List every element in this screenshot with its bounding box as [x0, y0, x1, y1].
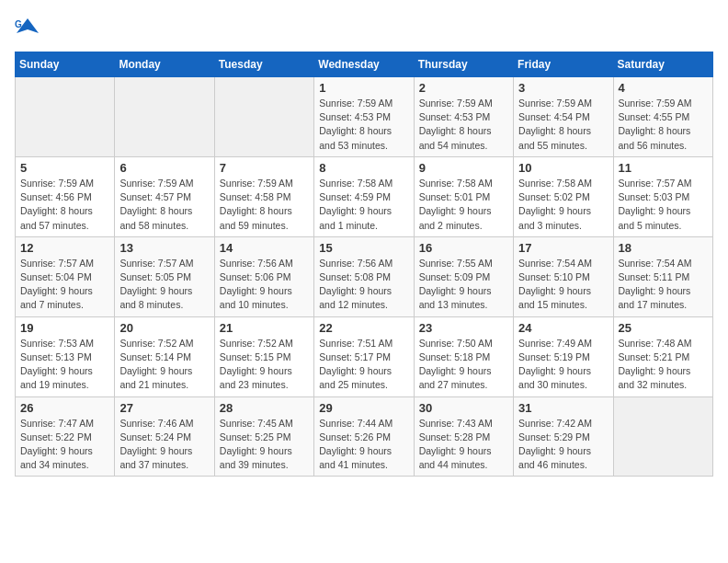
day-info: Sunrise: 7:59 AM Sunset: 4:53 PM Dayligh…: [419, 97, 508, 153]
calendar-cell: 4Sunrise: 7:59 AM Sunset: 4:55 PM Daylig…: [613, 77, 712, 157]
week-row-3: 19Sunrise: 7:53 AM Sunset: 5:13 PM Dayli…: [16, 316, 713, 396]
day-info: Sunrise: 7:46 AM Sunset: 5:24 PM Dayligh…: [119, 417, 209, 473]
day-info: Sunrise: 7:54 AM Sunset: 5:11 PM Dayligh…: [619, 257, 708, 313]
calendar-cell: 25Sunrise: 7:48 AM Sunset: 5:21 PM Dayli…: [613, 316, 712, 396]
calendar-cell: 29Sunrise: 7:44 AM Sunset: 5:26 PM Dayli…: [314, 396, 414, 477]
day-number: 16: [419, 241, 508, 255]
calendar-cell: 8Sunrise: 7:58 AM Sunset: 4:59 PM Daylig…: [314, 156, 414, 236]
day-info: Sunrise: 7:59 AM Sunset: 4:57 PM Dayligh…: [119, 177, 209, 233]
day-number: 2: [419, 81, 508, 95]
day-number: 11: [619, 161, 708, 175]
calendar-cell: 14Sunrise: 7:56 AM Sunset: 5:06 PM Dayli…: [214, 236, 313, 316]
day-number: 30: [419, 401, 508, 415]
header: G: [15, 15, 713, 40]
calendar-cell: 7Sunrise: 7:59 AM Sunset: 4:58 PM Daylig…: [214, 156, 313, 236]
day-info: Sunrise: 7:49 AM Sunset: 5:19 PM Dayligh…: [518, 337, 608, 393]
calendar-body: 1Sunrise: 7:59 AM Sunset: 4:53 PM Daylig…: [16, 77, 713, 477]
day-info: Sunrise: 7:51 AM Sunset: 5:17 PM Dayligh…: [319, 337, 408, 393]
day-info: Sunrise: 7:55 AM Sunset: 5:09 PM Dayligh…: [419, 257, 508, 313]
day-info: Sunrise: 7:58 AM Sunset: 5:02 PM Dayligh…: [518, 177, 608, 233]
day-info: Sunrise: 7:53 AM Sunset: 5:13 PM Dayligh…: [20, 337, 109, 393]
day-info: Sunrise: 7:59 AM Sunset: 4:55 PM Dayligh…: [619, 97, 708, 153]
day-number: 22: [319, 321, 408, 335]
calendar-cell: 27Sunrise: 7:46 AM Sunset: 5:24 PM Dayli…: [115, 396, 214, 477]
day-info: Sunrise: 7:52 AM Sunset: 5:14 PM Dayligh…: [119, 337, 209, 393]
day-info: Sunrise: 7:57 AM Sunset: 5:04 PM Dayligh…: [20, 257, 109, 313]
day-number: 24: [518, 321, 608, 335]
day-info: Sunrise: 7:59 AM Sunset: 4:56 PM Dayligh…: [20, 177, 109, 233]
day-number: 14: [220, 241, 309, 255]
calendar-cell: 23Sunrise: 7:50 AM Sunset: 5:18 PM Dayli…: [414, 316, 513, 396]
calendar-cell: 22Sunrise: 7:51 AM Sunset: 5:17 PM Dayli…: [314, 316, 414, 396]
logo-icon: G: [15, 15, 40, 40]
day-number: 19: [20, 321, 109, 335]
day-info: Sunrise: 7:58 AM Sunset: 5:01 PM Dayligh…: [419, 177, 508, 233]
day-number: 1: [319, 81, 408, 95]
calendar-cell: 21Sunrise: 7:52 AM Sunset: 5:15 PM Dayli…: [214, 316, 313, 396]
logo: G: [15, 15, 44, 40]
day-number: 4: [619, 81, 708, 95]
calendar-cell: 9Sunrise: 7:58 AM Sunset: 5:01 PM Daylig…: [414, 156, 513, 236]
day-number: 12: [20, 241, 109, 255]
day-info: Sunrise: 7:56 AM Sunset: 5:06 PM Dayligh…: [220, 257, 309, 313]
day-number: 26: [20, 401, 109, 415]
day-number: 7: [220, 161, 309, 175]
calendar-cell: [115, 77, 214, 157]
calendar-cell: 5Sunrise: 7:59 AM Sunset: 4:56 PM Daylig…: [16, 156, 115, 236]
calendar-cell: 26Sunrise: 7:47 AM Sunset: 5:22 PM Dayli…: [16, 396, 115, 477]
day-info: Sunrise: 7:45 AM Sunset: 5:25 PM Dayligh…: [220, 417, 309, 473]
day-number: 3: [518, 81, 608, 95]
day-number: 13: [119, 241, 209, 255]
day-number: 25: [619, 321, 708, 335]
week-row-2: 12Sunrise: 7:57 AM Sunset: 5:04 PM Dayli…: [16, 236, 713, 316]
column-header-monday: Monday: [115, 52, 214, 77]
calendar-cell: 18Sunrise: 7:54 AM Sunset: 5:11 PM Dayli…: [613, 236, 712, 316]
day-info: Sunrise: 7:58 AM Sunset: 4:59 PM Dayligh…: [319, 177, 408, 233]
day-info: Sunrise: 7:59 AM Sunset: 4:58 PM Dayligh…: [220, 177, 309, 233]
calendar-cell: 20Sunrise: 7:52 AM Sunset: 5:14 PM Dayli…: [115, 316, 214, 396]
calendar-cell: 2Sunrise: 7:59 AM Sunset: 4:53 PM Daylig…: [414, 77, 513, 157]
day-number: 8: [319, 161, 408, 175]
day-number: 17: [518, 241, 608, 255]
day-info: Sunrise: 7:44 AM Sunset: 5:26 PM Dayligh…: [319, 417, 408, 473]
calendar-cell: 19Sunrise: 7:53 AM Sunset: 5:13 PM Dayli…: [16, 316, 115, 396]
day-info: Sunrise: 7:48 AM Sunset: 5:21 PM Dayligh…: [619, 337, 708, 393]
header-row: SundayMondayTuesdayWednesdayThursdayFrid…: [16, 52, 713, 77]
day-info: Sunrise: 7:52 AM Sunset: 5:15 PM Dayligh…: [220, 337, 309, 393]
day-number: 28: [220, 401, 309, 415]
calendar-cell: [16, 77, 115, 157]
day-info: Sunrise: 7:42 AM Sunset: 5:29 PM Dayligh…: [518, 417, 608, 473]
day-number: 10: [518, 161, 608, 175]
week-row-1: 5Sunrise: 7:59 AM Sunset: 4:56 PM Daylig…: [16, 156, 713, 236]
day-info: Sunrise: 7:43 AM Sunset: 5:28 PM Dayligh…: [419, 417, 508, 473]
calendar-cell: [214, 77, 313, 157]
day-number: 31: [518, 401, 608, 415]
day-number: 9: [419, 161, 508, 175]
day-info: Sunrise: 7:50 AM Sunset: 5:18 PM Dayligh…: [419, 337, 508, 393]
calendar-header: SundayMondayTuesdayWednesdayThursdayFrid…: [16, 52, 713, 77]
day-number: 15: [319, 241, 408, 255]
calendar-cell: 6Sunrise: 7:59 AM Sunset: 4:57 PM Daylig…: [115, 156, 214, 236]
calendar-cell: 16Sunrise: 7:55 AM Sunset: 5:09 PM Dayli…: [414, 236, 513, 316]
day-info: Sunrise: 7:59 AM Sunset: 4:53 PM Dayligh…: [319, 97, 408, 153]
column-header-tuesday: Tuesday: [214, 52, 313, 77]
column-header-wednesday: Wednesday: [314, 52, 414, 77]
day-info: Sunrise: 7:56 AM Sunset: 5:08 PM Dayligh…: [319, 257, 408, 313]
day-info: Sunrise: 7:57 AM Sunset: 5:05 PM Dayligh…: [119, 257, 209, 313]
day-info: Sunrise: 7:57 AM Sunset: 5:03 PM Dayligh…: [619, 177, 708, 233]
column-header-saturday: Saturday: [613, 52, 712, 77]
calendar-cell: 12Sunrise: 7:57 AM Sunset: 5:04 PM Dayli…: [16, 236, 115, 316]
day-number: 20: [119, 321, 209, 335]
day-number: 18: [619, 241, 708, 255]
calendar-table: SundayMondayTuesdayWednesdayThursdayFrid…: [15, 52, 713, 477]
calendar-cell: 13Sunrise: 7:57 AM Sunset: 5:05 PM Dayli…: [115, 236, 214, 316]
calendar-cell: [613, 396, 712, 477]
calendar-cell: 28Sunrise: 7:45 AM Sunset: 5:25 PM Dayli…: [214, 396, 313, 477]
calendar-cell: 17Sunrise: 7:54 AM Sunset: 5:10 PM Dayli…: [514, 236, 613, 316]
day-number: 6: [119, 161, 209, 175]
calendar-cell: 24Sunrise: 7:49 AM Sunset: 5:19 PM Dayli…: [514, 316, 613, 396]
calendar-cell: 15Sunrise: 7:56 AM Sunset: 5:08 PM Dayli…: [314, 236, 414, 316]
column-header-sunday: Sunday: [16, 52, 115, 77]
day-info: Sunrise: 7:47 AM Sunset: 5:22 PM Dayligh…: [20, 417, 109, 473]
calendar-cell: 3Sunrise: 7:59 AM Sunset: 4:54 PM Daylig…: [514, 77, 613, 157]
